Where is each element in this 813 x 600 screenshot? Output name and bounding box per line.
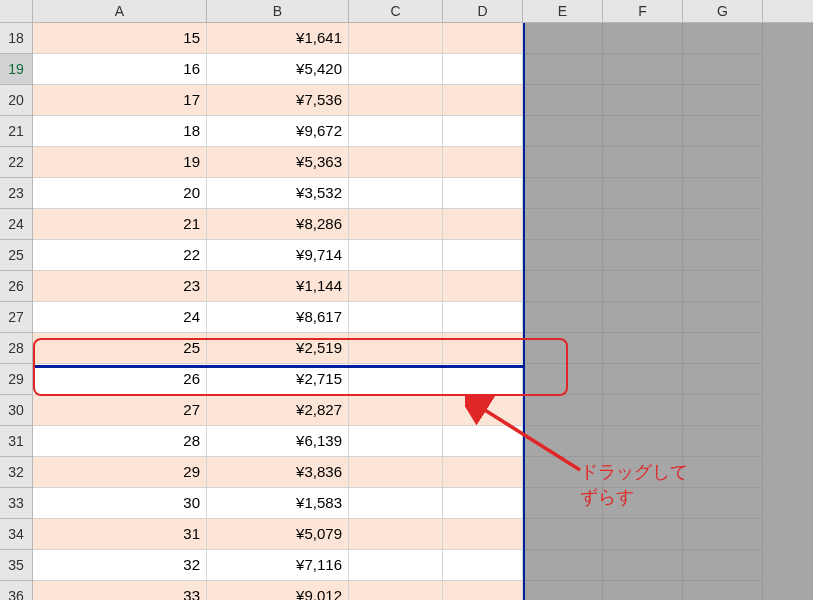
cell-g28[interactable] xyxy=(683,333,763,364)
cell-b28[interactable]: ¥2,519 xyxy=(207,333,349,364)
cell-f21[interactable] xyxy=(603,116,683,147)
cell-g34[interactable] xyxy=(683,519,763,550)
cell-b34[interactable]: ¥5,079 xyxy=(207,519,349,550)
cell-b31[interactable]: ¥6,139 xyxy=(207,426,349,457)
row-header-35[interactable]: 35 xyxy=(0,550,33,581)
cell-c28[interactable] xyxy=(349,333,443,364)
cell-e24[interactable] xyxy=(523,209,603,240)
column-header-d[interactable]: D xyxy=(443,0,523,22)
cell-d21[interactable] xyxy=(443,116,523,147)
cell-a32[interactable]: 29 xyxy=(33,457,207,488)
cell-b23[interactable]: ¥3,532 xyxy=(207,178,349,209)
row-header-20[interactable]: 20 xyxy=(0,85,33,116)
cell-c27[interactable] xyxy=(349,302,443,333)
column-header-f[interactable]: F xyxy=(603,0,683,22)
cell-a29[interactable]: 26 xyxy=(33,364,207,395)
row-header-23[interactable]: 23 xyxy=(0,178,33,209)
cell-d36[interactable] xyxy=(443,581,523,600)
cell-b24[interactable]: ¥8,286 xyxy=(207,209,349,240)
cell-e23[interactable] xyxy=(523,178,603,209)
cell-a36[interactable]: 33 xyxy=(33,581,207,600)
cell-a18[interactable]: 15 xyxy=(33,23,207,54)
cell-g27[interactable] xyxy=(683,302,763,333)
row-header-30[interactable]: 30 xyxy=(0,395,33,426)
cell-g23[interactable] xyxy=(683,178,763,209)
cell-e21[interactable] xyxy=(523,116,603,147)
row-header-27[interactable]: 27 xyxy=(0,302,33,333)
cell-c26[interactable] xyxy=(349,271,443,302)
row-header-19[interactable]: 19 xyxy=(0,54,33,85)
cell-g30[interactable] xyxy=(683,395,763,426)
row-header-32[interactable]: 32 xyxy=(0,457,33,488)
cell-e29[interactable] xyxy=(523,364,603,395)
cell-b22[interactable]: ¥5,363 xyxy=(207,147,349,178)
cell-g36[interactable] xyxy=(683,581,763,600)
cell-c34[interactable] xyxy=(349,519,443,550)
row-header-33[interactable]: 33 xyxy=(0,488,33,519)
cell-f22[interactable] xyxy=(603,147,683,178)
cell-b33[interactable]: ¥1,583 xyxy=(207,488,349,519)
cell-f36[interactable] xyxy=(603,581,683,600)
cell-e26[interactable] xyxy=(523,271,603,302)
cell-g33[interactable] xyxy=(683,488,763,519)
cell-f27[interactable] xyxy=(603,302,683,333)
page-break-horizontal[interactable] xyxy=(33,365,523,368)
cell-a34[interactable]: 31 xyxy=(33,519,207,550)
cell-a23[interactable]: 20 xyxy=(33,178,207,209)
cell-c21[interactable] xyxy=(349,116,443,147)
cell-g26[interactable] xyxy=(683,271,763,302)
cell-f30[interactable] xyxy=(603,395,683,426)
cell-a28[interactable]: 25 xyxy=(33,333,207,364)
cell-e35[interactable] xyxy=(523,550,603,581)
row-header-28[interactable]: 28 xyxy=(0,333,33,364)
cell-e19[interactable] xyxy=(523,54,603,85)
cell-e22[interactable] xyxy=(523,147,603,178)
cell-c23[interactable] xyxy=(349,178,443,209)
row-header-25[interactable]: 25 xyxy=(0,240,33,271)
cell-f23[interactable] xyxy=(603,178,683,209)
cell-g20[interactable] xyxy=(683,85,763,116)
column-header-e[interactable]: E xyxy=(523,0,603,22)
cell-a33[interactable]: 30 xyxy=(33,488,207,519)
cell-f28[interactable] xyxy=(603,333,683,364)
cell-c33[interactable] xyxy=(349,488,443,519)
cell-b27[interactable]: ¥8,617 xyxy=(207,302,349,333)
cell-c20[interactable] xyxy=(349,85,443,116)
cell-f34[interactable] xyxy=(603,519,683,550)
column-header-g[interactable]: G xyxy=(683,0,763,22)
cell-d20[interactable] xyxy=(443,85,523,116)
cell-f19[interactable] xyxy=(603,54,683,85)
cell-e36[interactable] xyxy=(523,581,603,600)
cell-c32[interactable] xyxy=(349,457,443,488)
cell-a20[interactable]: 17 xyxy=(33,85,207,116)
row-header-31[interactable]: 31 xyxy=(0,426,33,457)
cell-d28[interactable] xyxy=(443,333,523,364)
cell-b25[interactable]: ¥9,714 xyxy=(207,240,349,271)
cell-g31[interactable] xyxy=(683,426,763,457)
cell-d33[interactable] xyxy=(443,488,523,519)
row-header-26[interactable]: 26 xyxy=(0,271,33,302)
cell-b21[interactable]: ¥9,672 xyxy=(207,116,349,147)
cell-c24[interactable] xyxy=(349,209,443,240)
cell-a22[interactable]: 19 xyxy=(33,147,207,178)
cell-b30[interactable]: ¥2,827 xyxy=(207,395,349,426)
cell-d26[interactable] xyxy=(443,271,523,302)
cell-e25[interactable] xyxy=(523,240,603,271)
cell-d25[interactable] xyxy=(443,240,523,271)
cell-a24[interactable]: 21 xyxy=(33,209,207,240)
cell-c29[interactable] xyxy=(349,364,443,395)
cell-a26[interactable]: 23 xyxy=(33,271,207,302)
cell-d34[interactable] xyxy=(443,519,523,550)
cell-b19[interactable]: ¥5,420 xyxy=(207,54,349,85)
cell-a35[interactable]: 32 xyxy=(33,550,207,581)
cell-f24[interactable] xyxy=(603,209,683,240)
cell-g35[interactable] xyxy=(683,550,763,581)
row-header-36[interactable]: 36 xyxy=(0,581,33,600)
cell-d23[interactable] xyxy=(443,178,523,209)
column-header-b[interactable]: B xyxy=(207,0,349,22)
cell-d29[interactable] xyxy=(443,364,523,395)
cell-e34[interactable] xyxy=(523,519,603,550)
cell-f18[interactable] xyxy=(603,23,683,54)
cell-e20[interactable] xyxy=(523,85,603,116)
cell-a25[interactable]: 22 xyxy=(33,240,207,271)
